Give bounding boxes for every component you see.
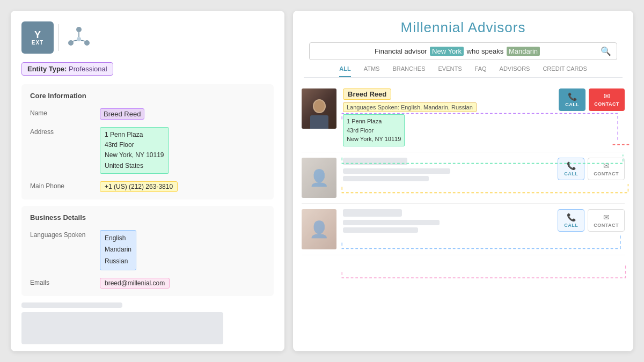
name-value: Breed Reed: [100, 108, 265, 120]
tab-branches[interactable]: BRANCHES: [392, 65, 425, 77]
name-highlight: Breed Reed: [100, 108, 144, 120]
contact-label-3: CONTACT: [594, 223, 619, 228]
name-row: Name Breed Reed: [30, 108, 265, 120]
languages-row: Languages Spoken EnglishMandarinRussian: [30, 230, 265, 270]
nav-tabs: ALL ATMS BRANCHES EVENTS FAQ ADVISORS CR…: [304, 60, 623, 78]
phone-highlight: +1 (US) (212) 263-3810: [100, 181, 178, 192]
right-header: Millennial Advisors Financial advisor Ne…: [293, 11, 633, 78]
result-info-2: [343, 158, 551, 181]
action-pair-2: 📞 CALL ✉ CONTACT: [558, 158, 625, 180]
tab-faq[interactable]: FAQ: [475, 65, 487, 77]
contact-button-1[interactable]: ✉ CONTACT: [589, 88, 625, 111]
languages-value: EnglishMandarinRussian: [100, 230, 265, 270]
placeholder-2: [21, 312, 223, 344]
svg-rect-8: [310, 115, 328, 129]
placeholder-area: [21, 302, 274, 344]
name-label: Name: [30, 108, 100, 117]
logo-area: Y EXT: [21, 21, 274, 54]
address-row: Address 1 Penn Plaza43rd FloorNew York, …: [30, 127, 265, 174]
emails-label: Emails: [30, 278, 100, 286]
search-pre-text: Financial advisor: [375, 47, 427, 55]
call-button-2[interactable]: 📞 CALL: [558, 158, 584, 180]
results-area: Breed Reed Languages Spoken: English, Ma…: [293, 78, 633, 261]
search-location: New York: [430, 47, 464, 56]
result-name-1: Breed Reed: [343, 88, 391, 100]
email-value: breed@millenial.com: [100, 278, 265, 289]
phone-icon-3: 📞: [567, 213, 576, 221]
right-panel-inner: Millennial Advisors Financial advisor Ne…: [293, 11, 633, 261]
contact-button-3[interactable]: ✉ CONTACT: [588, 209, 625, 232]
search-icon[interactable]: 🔍: [601, 46, 611, 56]
languages-label: Languages Spoken: [30, 230, 100, 239]
call-label-3: CALL: [564, 223, 578, 228]
name-placeholder-2: [343, 158, 407, 165]
contact-label-2: CONTACT: [594, 171, 619, 176]
result-address-1: 1 Penn Plaza 43rd Floor New York, NY 101…: [343, 114, 405, 146]
call-label-1: CALL: [565, 102, 579, 107]
svg-line-5: [72, 40, 77, 41]
action-pair-3: 📞 CALL ✉ CONTACT: [558, 209, 625, 232]
tab-all[interactable]: ALL: [339, 65, 350, 77]
tab-events[interactable]: EVENTS: [438, 65, 462, 77]
phone-icon-2: 📞: [567, 161, 576, 170]
logo-divider: [58, 24, 58, 51]
site-title: Millennial Advisors: [304, 19, 623, 36]
placeholder-1: [21, 302, 122, 308]
core-info-section: Core Information Name Breed Reed Address…: [21, 84, 274, 200]
phone-value: +1 (US) (212) 263-3810: [100, 181, 265, 192]
search-language: Mandarin: [507, 47, 540, 56]
person2-photo: 👤: [302, 158, 336, 198]
call-label-2: CALL: [564, 171, 578, 176]
address-highlight: 1 Penn Plaza43rd FloorNew York, NY 10119…: [100, 127, 169, 174]
address-value: 1 Penn Plaza43rd FloorNew York, NY 10119…: [100, 127, 265, 174]
detail-placeholder-2a: [343, 168, 450, 174]
call-button-1[interactable]: 📞 CALL: [559, 88, 586, 111]
detail-placeholder-3b: [343, 227, 418, 233]
emails-row: Emails breed@millenial.com: [30, 278, 265, 289]
logo-text: EXT: [32, 40, 43, 46]
result-info-1: Breed Reed Languages Spoken: English, Ma…: [343, 88, 552, 146]
yext-logo: Y EXT: [21, 21, 54, 54]
envelope-icon-1: ✉: [604, 92, 610, 100]
business-section: Business Details Languages Spoken Englis…: [21, 206, 274, 296]
detail-placeholder-3a: [343, 220, 440, 225]
left-panel: Y EXT Entity Type: Professional: [11, 11, 284, 351]
search-bar[interactable]: Financial advisor New York who speaks Ma…: [309, 42, 617, 60]
result-languages-1: Languages Spoken: English, Mandarin, Rus…: [343, 102, 477, 112]
tab-credit-cards[interactable]: CREDIT CARDS: [543, 65, 587, 77]
business-header: Business Details: [30, 213, 265, 224]
result-photo-2: 👤: [302, 158, 336, 198]
result-card-3: 👤 📞 CALL: [302, 204, 625, 255]
result-photo-3: 👤: [302, 209, 336, 249]
core-info-header: Core Information: [30, 92, 265, 102]
phone-row: Main Phone +1 (US) (212) 263-3810: [30, 181, 265, 192]
svg-point-9: [314, 100, 325, 112]
name-placeholder-3: [343, 209, 402, 217]
tab-advisors[interactable]: ADVISORS: [500, 65, 530, 77]
logo-y-letter: Y: [34, 30, 41, 40]
result-actions-2: 📞 CALL ✉ CONTACT: [558, 158, 625, 180]
main-container: Y EXT Entity Type: Professional: [0, 0, 644, 362]
tab-atms[interactable]: ATMS: [364, 65, 380, 77]
right-panel: Millennial Advisors Financial advisor Ne…: [293, 11, 633, 351]
phone-label: Main Phone: [30, 181, 100, 190]
entity-type-value: Professional: [69, 65, 107, 73]
phone-icon-1: 📞: [568, 92, 577, 101]
call-button-3[interactable]: 📞 CALL: [558, 209, 584, 232]
contact-label-1: CONTACT: [594, 101, 619, 107]
svg-line-6: [81, 40, 85, 41]
person3-photo: 👤: [302, 209, 336, 249]
contact-button-2[interactable]: ✉ CONTACT: [588, 158, 625, 180]
envelope-icon-2: ✉: [603, 161, 610, 170]
action-pair-1: 📞 CALL ✉ CONTACT: [559, 88, 625, 111]
result-actions-3: 📞 CALL ✉ CONTACT: [558, 209, 625, 232]
languages-highlight: EnglishMandarinRussian: [100, 230, 136, 270]
svg-point-0: [76, 27, 82, 32]
result-card-2: 👤 📞 CALL: [302, 152, 625, 204]
svg-point-3: [77, 37, 81, 41]
result-actions-1: 📞 CALL ✉ CONTACT: [559, 88, 625, 111]
person1-photo: [302, 88, 336, 129]
search-text: Financial advisor New York who speaks Ma…: [315, 47, 601, 55]
logo-graph: [63, 21, 95, 54]
entity-type-label: Entity Type:: [27, 65, 67, 73]
